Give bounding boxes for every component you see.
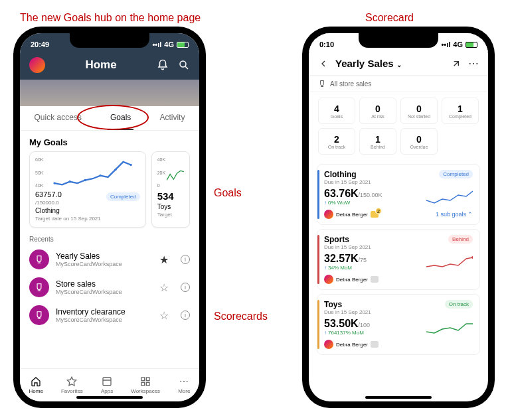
svg-point-6 <box>130 164 132 166</box>
notes-icon[interactable] <box>371 341 379 348</box>
notes-icon[interactable]: 2 <box>371 211 379 218</box>
recent-item[interactable]: Yearly Sales MyScoreCardWorkspace ★ i <box>20 245 199 273</box>
favorite-star-icon[interactable]: ★ <box>159 253 169 266</box>
status-badge: Completed <box>106 192 140 201</box>
sub-goals-toggle[interactable]: 1 sub goals ⌃ <box>436 211 473 218</box>
tab-quick-access[interactable]: Quick access <box>32 106 84 130</box>
caption-scorecard: Scorecard <box>365 12 414 24</box>
svg-point-5 <box>115 169 117 171</box>
goal-value: 32.57K <box>324 253 359 264</box>
stat-not-started[interactable]: 0Not started <box>400 98 438 124</box>
svg-point-12 <box>471 256 473 259</box>
goal-due: Due in 15 Sep 2021 <box>324 244 371 250</box>
chevron-up-icon: ⌃ <box>468 211 473 218</box>
search-icon[interactable] <box>178 59 190 71</box>
scorecard-title[interactable]: Yearly Sales ⌄ <box>335 58 444 69</box>
info-icon[interactable]: i <box>181 311 190 320</box>
goal-date: Target <box>157 212 184 218</box>
svg-rect-8 <box>141 378 145 381</box>
goal-owner: Debra Berger 2 <box>324 210 379 219</box>
sparkline <box>426 255 473 271</box>
recent-subtitle: MyScoreCardWorkspace <box>56 289 153 295</box>
tab-goals[interactable]: Goals <box>108 106 133 130</box>
page-title: Home <box>45 58 157 72</box>
recent-item[interactable]: Store sales MyScoreCardWorkspace ☆ i <box>20 273 199 301</box>
recent-title: Yearly Sales <box>56 251 153 261</box>
bell-icon[interactable] <box>157 59 169 71</box>
goal-target: /150.00K <box>359 192 382 198</box>
home-indicator <box>76 396 143 399</box>
nav-home[interactable]: Home <box>29 376 43 394</box>
nav-more[interactable]: ⋯More <box>178 376 190 394</box>
axis-label: 50K <box>35 171 43 175</box>
more-icon[interactable]: ⋯ <box>468 57 479 70</box>
stat-completed[interactable]: 1Completed <box>442 98 479 124</box>
recent-item[interactable]: Inventory clearance MyScoreCardWorkspace… <box>20 301 199 329</box>
hero-image <box>20 80 199 106</box>
favorite-star-icon[interactable]: ☆ <box>159 309 169 322</box>
svg-point-2 <box>69 180 71 182</box>
goal-item-clothing[interactable]: ClothingDue in 15 Sep 2021 Completed 63.… <box>317 164 480 225</box>
recent-title: Store sales <box>56 279 153 289</box>
scorecard-icon <box>29 305 49 325</box>
goal-target: /75 <box>359 257 367 263</box>
network-label: 4G <box>453 40 463 48</box>
goal-item-sports[interactable]: SportsDue in 15 Sep 2021 Behind 32.57K/7… <box>317 229 480 290</box>
notch <box>70 33 149 48</box>
stat-at-risk[interactable]: 0At risk <box>359 98 396 124</box>
my-goals-heading: My Goals <box>20 131 199 151</box>
stat-on-track[interactable]: 2On track <box>318 128 355 155</box>
goal-target: /100 <box>359 322 371 328</box>
notch <box>359 33 438 48</box>
scorecard-header: Yearly Sales ⌄ ⋯ <box>309 52 488 76</box>
goal-card-clothing[interactable]: 60K 50K 40K 63757.0 /150000.0 Completed … <box>29 151 146 228</box>
status-badge: Completed <box>439 170 473 178</box>
caption-goals: Goals <box>214 187 242 199</box>
nav-workspaces[interactable]: Workspaces <box>131 376 160 394</box>
expand-icon[interactable] <box>451 58 462 69</box>
signal-icon: ••ıl <box>441 40 450 48</box>
goal-value: 63.76K <box>324 188 359 199</box>
goal-owner: Debra Berger <box>324 340 379 349</box>
tab-activity[interactable]: Activity <box>157 106 187 130</box>
goal-card-toys[interactable]: 40K 20K 0 534 Toys Target <box>151 151 190 228</box>
stats-grid: 4Goals 0At risk 0Not started 1Completed … <box>309 92 488 160</box>
stat-overdue[interactable]: 0Overdue <box>400 128 438 155</box>
nav-favorites[interactable]: Favorites <box>61 376 83 394</box>
goal-name: Clothing <box>324 170 371 179</box>
tab-bar: Quick access Goals Activity <box>20 106 199 131</box>
goal-target: /150000.0 <box>35 200 62 206</box>
app-header: Home <box>20 52 199 80</box>
axis-label: 20K <box>157 171 165 175</box>
notes-icon[interactable] <box>371 276 379 283</box>
goal-value: 63757.0 <box>35 190 62 198</box>
stat-behind[interactable]: 1Behind <box>359 128 396 155</box>
goal-value: 53.50K <box>324 318 359 329</box>
svg-point-0 <box>180 61 186 67</box>
avatar <box>324 210 333 219</box>
breadcrumb[interactable]: All store sales <box>309 76 488 92</box>
phone-home: 20:49 ••ıl 4G Home Quick access Goals Ac… <box>13 27 206 408</box>
status-time: 20:49 <box>31 40 49 48</box>
info-icon[interactable]: i <box>181 255 190 264</box>
recents-heading: Recents <box>20 228 199 245</box>
caption-scorecards: Scorecards <box>214 311 268 322</box>
nav-apps[interactable]: Apps <box>101 376 113 394</box>
avatar[interactable] <box>29 57 45 73</box>
recent-title: Inventory clearance <box>56 307 153 316</box>
info-icon[interactable]: i <box>181 283 190 292</box>
svg-point-4 <box>100 175 102 176</box>
goal-item-toys[interactable]: ToysDue in 15 Sep 2021 On track 53.50K/1… <box>317 294 480 355</box>
phone-scorecard: 0:10 ••ıl 4G Yearly Sales ⌄ ⋯ All store … <box>302 27 495 408</box>
recent-subtitle: MyScoreCardWorkspace <box>56 316 153 323</box>
stat-goals[interactable]: 4Goals <box>318 98 355 124</box>
goal-value: 534 <box>157 190 184 202</box>
axis-label: 60K <box>35 157 43 162</box>
svg-point-1 <box>54 182 56 184</box>
scorecard-icon <box>29 277 49 297</box>
back-icon[interactable] <box>318 58 329 69</box>
bottom-nav: Home Favorites Apps Workspaces ⋯More <box>20 368 199 401</box>
favorite-star-icon[interactable]: ☆ <box>159 281 169 294</box>
svg-point-3 <box>84 179 86 181</box>
scorecard-icon <box>29 249 49 269</box>
